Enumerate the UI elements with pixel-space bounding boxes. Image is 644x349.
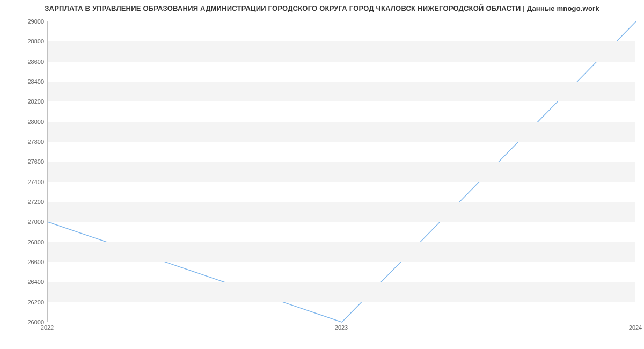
y-tick-label: 26200 [27,299,44,306]
x-tick-mark [342,317,342,322]
y-tick-label: 28600 [27,59,44,65]
y-tick-label: 29000 [27,18,44,25]
x-tick-label: 2023 [335,324,348,331]
grid-band [48,41,635,61]
y-tick-label: 27200 [27,199,44,205]
y-tick-label: 28800 [27,38,44,45]
y-tick-label: 28000 [27,119,44,125]
grid-band [48,122,635,142]
x-tick-mark [48,317,48,322]
chart-container: ЗАРПЛАТА В УПРАВЛЕНИЕ ОБРАЗОВАНИЯ АДМИНИ… [0,0,644,349]
grid-band [48,282,635,302]
y-tick-label: 27000 [27,219,44,225]
y-tick-label: 26400 [27,279,44,285]
y-tick-label: 27600 [27,158,44,165]
y-tick-label: 28200 [27,98,44,105]
y-tick-label: 26800 [27,239,44,245]
y-tick-label: 27400 [27,179,44,185]
grid-band [48,162,635,181]
x-tick-label: 2024 [629,324,642,331]
chart-title: ЗАРПЛАТА В УПРАВЛЕНИЕ ОБРАЗОВАНИЯ АДМИНИ… [0,4,644,12]
x-tick-mark [636,317,636,322]
x-tick-label: 2022 [41,324,54,331]
grid-band [48,202,635,222]
plot-area [47,21,635,322]
grid-band [48,242,635,262]
y-tick-label: 27800 [27,139,44,145]
grid-band [48,82,635,101]
y-tick-label: 28400 [27,78,44,85]
y-tick-label: 26600 [27,259,44,265]
